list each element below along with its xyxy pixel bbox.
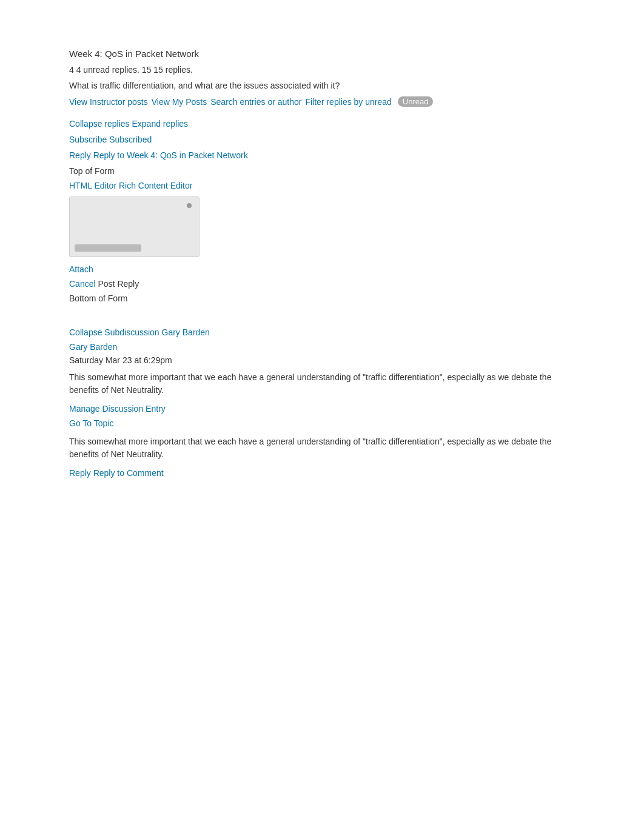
editor-tabs: HTML Editor Rich Content Editor xyxy=(69,181,575,190)
unread-badge: Unread xyxy=(398,96,434,107)
discussion-header: Week 4: QoS in Packet Network 4 4 unread… xyxy=(69,49,575,90)
action-bar: View Instructor posts View My Posts Sear… xyxy=(69,96,575,107)
view-my-posts-link[interactable]: View My Posts xyxy=(152,97,207,107)
discussion-question: What is traffic differentiation, and wha… xyxy=(69,81,575,90)
subscribe-link[interactable]: Subscribe xyxy=(69,135,107,144)
filter-replies-link[interactable]: Filter replies by unread xyxy=(305,97,391,107)
top-of-form-label: Top of Form xyxy=(69,166,575,176)
author-header-link[interactable]: Gary Barden xyxy=(162,327,210,337)
attach-link[interactable]: Attach xyxy=(69,264,93,274)
manage-discussion-entry-link[interactable]: Manage Discussion Entry xyxy=(69,404,166,414)
subscribe-line: Subscribe Subscribed xyxy=(69,135,575,144)
discussion-meta: 4 4 unread replies. 15 15 replies. xyxy=(69,65,575,75)
subscribed-link[interactable]: Subscribed xyxy=(109,135,152,144)
search-entries-link[interactable]: Search entries or author xyxy=(210,97,301,107)
reply-line: Reply Reply to Week 4: QoS in Packet Net… xyxy=(69,150,575,160)
collapse-expand-line: Collapse replies Expand replies xyxy=(69,119,575,129)
author-name: Gary Barden xyxy=(69,342,575,352)
cancel-post-line: Cancel Post Reply xyxy=(69,279,575,289)
reply-comment-line: Reply Reply to Comment xyxy=(69,468,575,478)
attach-line: Attach xyxy=(69,264,575,274)
bottom-of-form-label: Bottom of Form xyxy=(69,293,575,303)
view-instructor-posts-link[interactable]: View Instructor posts xyxy=(69,97,148,107)
author-link[interactable]: Gary Barden xyxy=(69,342,117,352)
reply-comment-reply-link[interactable]: Reply xyxy=(69,468,91,478)
rich-content-editor-tab[interactable]: Rich Content Editor xyxy=(119,181,192,190)
subdiscussion-section: Collapse Subdiscussion Gary Barden Gary … xyxy=(69,327,575,478)
reply-to-comment-link[interactable]: Reply to Comment xyxy=(93,468,164,478)
editor-dot xyxy=(187,203,192,208)
editor-area[interactable] xyxy=(69,196,200,257)
collapse-subdiscussion-link[interactable]: Collapse Subdiscussion xyxy=(69,327,159,337)
collapse-expand-section: Collapse replies Expand replies xyxy=(69,119,575,129)
goto-topic-line: Go To Topic xyxy=(69,418,575,428)
reply-to-topic-link[interactable]: Reply to Week 4: QoS in Packet Network xyxy=(93,150,248,160)
expand-replies-link[interactable]: Expand replies xyxy=(132,119,189,129)
editor-placeholder xyxy=(75,244,141,252)
manage-entry-line: Manage Discussion Entry xyxy=(69,404,575,414)
goto-topic-link[interactable]: Go To Topic xyxy=(69,418,113,428)
collapse-replies-link[interactable]: Collapse replies xyxy=(69,119,130,129)
html-editor-tab[interactable]: HTML Editor xyxy=(69,181,116,190)
post-content-repeat: This somewhat more important that we eac… xyxy=(69,435,575,461)
reply-link[interactable]: Reply xyxy=(69,150,91,160)
post-reply-text: Post Reply xyxy=(98,279,139,289)
discussion-title: Week 4: QoS in Packet Network xyxy=(69,49,575,59)
cancel-link[interactable]: Cancel xyxy=(69,279,96,289)
timestamp: Saturday Mar 23 at 6:29pm xyxy=(69,355,575,365)
post-content: This somewhat more important that we eac… xyxy=(69,371,575,397)
collapse-subdiscussion-line: Collapse Subdiscussion Gary Barden xyxy=(69,327,575,337)
